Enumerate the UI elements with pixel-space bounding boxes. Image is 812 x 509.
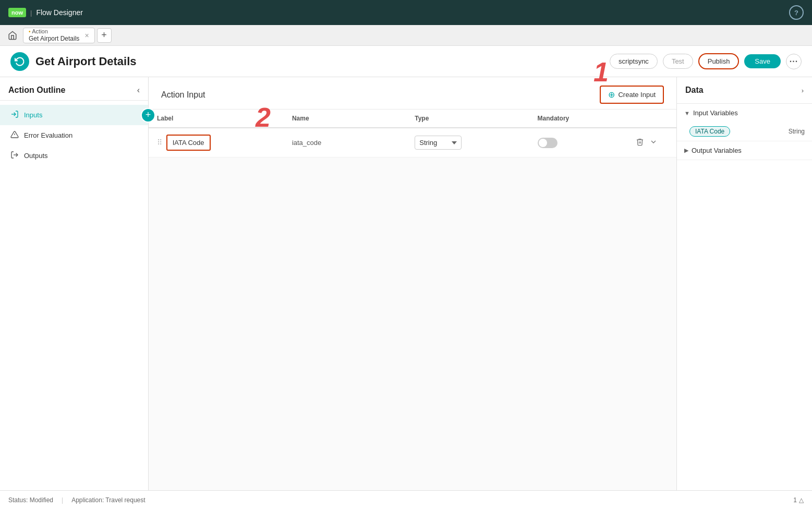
topbar-right: ? <box>789 5 804 20</box>
col-actions <box>627 110 676 128</box>
create-input-label: Create Input <box>618 91 656 99</box>
topbar: now | Flow Designer ? <box>0 0 812 25</box>
add-input-button[interactable]: + <box>141 108 155 123</box>
row-actions-cell <box>627 128 676 157</box>
row-name-value: iata_code <box>292 139 321 147</box>
row-label-cell: ⠿ IATA Code <box>149 128 284 157</box>
action-title: Get Airport Details <box>35 55 137 68</box>
input-variables-section: ▼ Input Variables IATA Code String <box>677 104 812 141</box>
input-variable-item: IATA Code String <box>677 122 812 141</box>
sidebar-item-error-evaluation[interactable]: Error Evaluation <box>0 125 148 146</box>
scriptsync-button[interactable]: scriptsync <box>610 54 658 69</box>
alert-icon: △ <box>799 496 804 504</box>
output-variables-label: Output Variables <box>692 147 742 154</box>
status-alert: 1 △ <box>793 496 804 504</box>
col-type: Type <box>406 110 529 128</box>
tab-modified-dot: • Action <box>29 28 79 35</box>
tabbar: • Action Get Airport Details × + <box>0 25 812 46</box>
row-mandatory-cell <box>529 128 627 157</box>
input-variables-label: Input Variables <box>693 109 738 117</box>
sidebar-toggle-button[interactable]: ‹ <box>137 86 140 95</box>
sidebar-title: Action Outline <box>8 86 65 95</box>
inputs-icon <box>10 110 19 120</box>
mandatory-toggle[interactable] <box>538 138 558 148</box>
delete-row-button[interactable] <box>636 138 644 148</box>
content-title: Action Input <box>161 90 205 100</box>
action-icon <box>10 52 29 71</box>
output-variables-header[interactable]: ▶ Output Variables <box>677 141 812 160</box>
sidebar-header: Action Outline ‹ <box>0 77 148 101</box>
save-button[interactable]: Save <box>744 54 781 68</box>
home-button[interactable] <box>4 27 21 44</box>
expand-row-button[interactable] <box>649 138 658 148</box>
now-logo: now | Flow Designer <box>8 8 83 17</box>
error-evaluation-icon <box>10 130 19 140</box>
outputs-icon <box>10 151 19 161</box>
sidebar-item-label-inputs: Inputs <box>24 111 42 119</box>
col-mandatory: Mandatory <box>529 110 627 128</box>
sidebar-item-label-error: Error Evaluation <box>24 131 72 139</box>
right-panel-header: Data › <box>677 77 812 104</box>
tab-close-button[interactable]: × <box>84 31 89 40</box>
output-variables-section: ▶ Output Variables <box>677 141 812 160</box>
topbar-title: Flow Designer <box>36 8 82 17</box>
action-tab[interactable]: • Action Get Airport Details × <box>23 28 95 43</box>
data-panel-title: Data <box>685 86 704 95</box>
sidebar-item-outputs[interactable]: Outputs <box>0 146 148 166</box>
row-type-cell: String Integer Boolean Date DateTime <box>406 128 529 157</box>
row-drag-handle[interactable]: ⠿ <box>157 138 162 147</box>
col-label: Label <box>149 110 284 128</box>
publish-button[interactable]: Publish <box>698 53 740 69</box>
action-header-right: scriptsync Test Publish Save ··· <box>610 53 802 69</box>
iata-code-type: String <box>789 128 805 135</box>
topbar-left: now | Flow Designer <box>8 8 83 17</box>
sidebar-nav: Inputs + Error Evaluation Outputs <box>0 101 148 170</box>
content-header: Action Input ⊕ Create Input <box>149 77 676 110</box>
input-variables-chevron: ▼ <box>684 110 690 116</box>
iata-code-badge: IATA Code <box>689 126 730 137</box>
table-container: Label Name Type Mandatory ⠿ IATA Code <box>149 110 676 490</box>
input-variables-header[interactable]: ▼ Input Variables <box>677 104 812 122</box>
create-input-button[interactable]: ⊕ Create Input <box>600 86 664 104</box>
output-variables-chevron: ▶ <box>684 147 688 154</box>
table-row: ⠿ IATA Code iata_code String Integer Boo… <box>149 128 676 157</box>
center-content: Action Input ⊕ Create Input Label Name T… <box>149 77 676 490</box>
sidebar-item-inputs[interactable]: Inputs + <box>0 105 148 125</box>
right-panel: Data › ▼ Input Variables IATA Code Strin… <box>676 77 812 490</box>
main-layout: Action Outline ‹ Inputs + Error Evaluati… <box>0 77 812 490</box>
iata-code-label[interactable]: IATA Code <box>166 135 211 151</box>
sidebar-item-label-outputs: Outputs <box>24 152 48 160</box>
row-name-cell: iata_code <box>284 128 406 157</box>
alert-count: 1 <box>793 496 797 504</box>
inputs-table: Label Name Type Mandatory ⠿ IATA Code <box>149 110 676 157</box>
status-modified: Status: Modified <box>8 496 53 504</box>
row-action-buttons <box>636 138 668 148</box>
now-logo-box: now <box>8 8 26 17</box>
new-tab-button[interactable]: + <box>97 28 112 43</box>
sidebar: Action Outline ‹ Inputs + Error Evaluati… <box>0 77 149 490</box>
test-button[interactable]: Test <box>663 54 693 69</box>
table-header-row: Label Name Type Mandatory <box>149 110 676 128</box>
row-type-select[interactable]: String Integer Boolean Date DateTime <box>415 136 462 150</box>
action-header-left: Get Airport Details <box>10 52 137 71</box>
more-options-button[interactable]: ··· <box>786 54 802 69</box>
create-input-plus-icon: ⊕ <box>608 90 615 100</box>
statusbar: Status: Modified | Application: Travel r… <box>0 490 812 509</box>
action-header: Get Airport Details scriptsync Test Publ… <box>0 46 812 77</box>
help-button[interactable]: ? <box>789 5 804 20</box>
col-name: Name <box>284 110 406 128</box>
tab-label: Get Airport Details <box>29 35 79 42</box>
application-label: Application: Travel request <box>71 496 145 504</box>
data-panel-toggle[interactable]: › <box>802 87 804 94</box>
